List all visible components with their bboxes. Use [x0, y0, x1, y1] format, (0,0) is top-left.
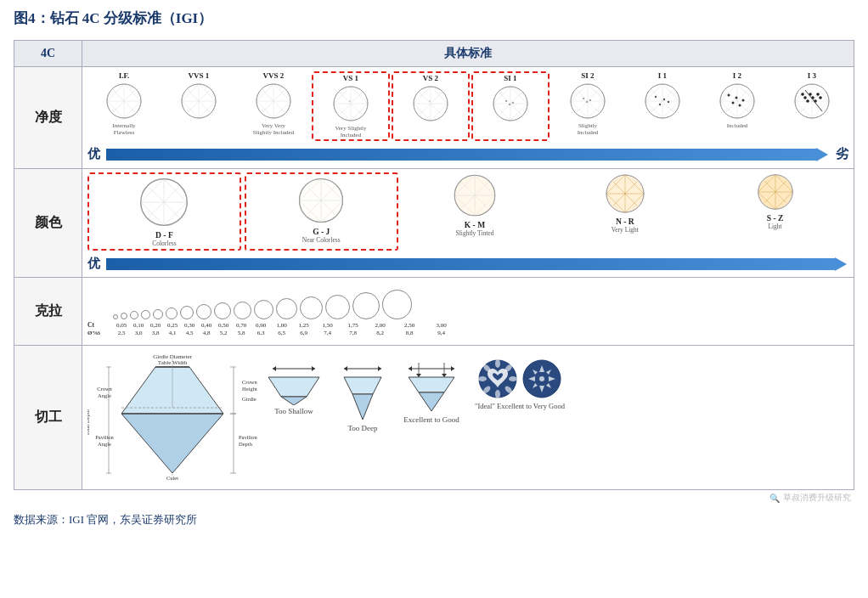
svg-text:Culet: Culet [166, 475, 178, 481]
svg-text:Angle: Angle [98, 392, 111, 398]
color-arrow [106, 258, 837, 270]
hearts-svg [477, 358, 518, 399]
svg-marker-216 [409, 366, 412, 371]
carat-circle-6 [180, 306, 194, 319]
carat-circle-0 [113, 314, 118, 319]
color-grade-item-3: N - RVery Light [551, 172, 698, 251]
svg-point-89 [668, 100, 669, 102]
svg-point-39 [349, 100, 350, 101]
clarity-grade-item-2: VVS 2Very Very Slightly Included [237, 71, 310, 142]
svg-text:Crown: Crown [242, 379, 257, 385]
carat-label: 克拉 [14, 278, 82, 346]
color-grade-item-1: G - JNear Colorless [245, 172, 398, 251]
svg-point-61 [505, 100, 507, 102]
svg-point-225 [495, 359, 500, 368]
color-content: D - FColorlessG - JNear ColorlessK - MSl… [82, 169, 854, 278]
svg-marker-223 [419, 392, 444, 411]
svg-text:Table Width: Table Width [158, 359, 188, 366]
carat-circle-11 [276, 298, 297, 319]
svg-point-104 [732, 101, 735, 104]
svg-point-103 [742, 99, 745, 101]
color-grade-item-4: S - ZLight [702, 172, 848, 251]
clarity-label: 净度 [14, 67, 82, 169]
color-you: 优 [87, 256, 103, 272]
color-grade-item-2: K - MSlightly Tinted [402, 172, 549, 251]
svg-point-62 [512, 102, 514, 104]
clarity-grade-item-4: VS 2 [392, 71, 470, 142]
cut-examples: Too Shallow Too [264, 350, 565, 432]
svg-point-63 [509, 104, 510, 105]
watermark: 🔍 草叔消费升级研究 [769, 492, 851, 504]
svg-point-231 [478, 376, 487, 381]
svg-marker-214 [352, 394, 373, 420]
cut-shallow: Too Shallow [264, 358, 324, 415]
color-grade-item-0: D - FColorless [87, 172, 241, 251]
svg-point-227 [509, 376, 517, 381]
svg-marker-207 [312, 366, 315, 371]
excellent-diamond-svg [402, 358, 461, 414]
svg-marker-206 [273, 366, 276, 371]
svg-marker-217 [451, 366, 454, 371]
svg-text:Angle: Angle [98, 441, 111, 447]
shallow-label: Too Shallow [274, 407, 313, 415]
svg-point-90 [659, 103, 661, 104]
header-4c: 4C [14, 41, 82, 67]
svg-text:Girdle: Girdle [242, 396, 256, 402]
svg-point-105 [739, 104, 741, 106]
page-title: 图4：钻石 4C 分级标准（IGI） [14, 8, 854, 31]
carat-circle-3 [141, 310, 150, 319]
carat-circle-13 [325, 295, 350, 319]
svg-point-117 [803, 96, 807, 99]
svg-marker-221 [442, 374, 447, 377]
carat-circle-5 [166, 307, 178, 319]
clarity-grade-item-3: VS 1Very Slightly Included [312, 71, 390, 142]
carat-circle-10 [254, 300, 273, 319]
svg-point-50 [429, 100, 430, 101]
svg-point-88 [663, 98, 665, 99]
cut-content: Girdle Diameter Table Width Crown Angle [82, 346, 854, 490]
svg-marker-213 [344, 377, 381, 394]
svg-point-75 [589, 99, 591, 101]
cut-content-inner: Girdle Diameter Table Width Crown Angle [87, 350, 848, 485]
svg-point-87 [655, 95, 657, 97]
cut-ideal: "Ideal" Excellent to Very Good [475, 358, 565, 411]
carat-circle-9 [234, 302, 251, 319]
clarity-arrow-row: 优 劣 [87, 144, 848, 164]
svg-marker-209 [281, 397, 307, 405]
deep-label: Too Deep [347, 424, 377, 432]
clarity-diamond-6 [568, 82, 607, 121]
svg-text:Crown: Crown [97, 386, 112, 392]
svg-point-122 [816, 93, 820, 96]
carat-circle-14 [352, 292, 380, 319]
clarity-grade-item-5: SI 1 [471, 71, 550, 142]
clarity-diamond-8 [718, 82, 757, 121]
clarity-jia: 劣 [833, 146, 848, 162]
clarity-grade-item-6: SI 2Slightly Included [551, 71, 624, 142]
cut-row: 切工 [14, 346, 854, 490]
color-row: 颜色 D - FColorlessG - JNear ColorlessK - … [14, 169, 854, 278]
clarity-you: 优 [87, 146, 103, 162]
color-label: 颜色 [14, 169, 82, 278]
svg-point-101 [728, 93, 730, 96]
svg-marker-219 [416, 374, 421, 377]
clarity-diamond-0 [104, 82, 144, 121]
clarity-row: 净度 I.F.Internally FlawlessVVS 1VVS 2Very… [14, 67, 854, 169]
clarity-arrow [106, 149, 818, 161]
svg-point-76 [586, 101, 588, 103]
clarity-diamond-2 [254, 82, 293, 121]
hearts-arrows [477, 358, 562, 399]
clarity-diamond-4 [411, 84, 450, 123]
clarity-grade-item-0: I.F.Internally Flawless [87, 71, 161, 142]
clarity-diamond-5 [491, 84, 530, 123]
carat-content: Ct0,050,100,200,250,300,400,500,700,901,… [82, 278, 854, 346]
clarity-diamond-9 [792, 82, 831, 121]
clarity-grade-item-7: I 1 [626, 71, 699, 142]
carat-row: 克拉 Ct0,050,100,200,250,300,400,500,700,9… [14, 278, 854, 346]
svg-text:Pavilion: Pavilion [95, 434, 114, 440]
excellent-label: Excellent to Good [403, 415, 459, 424]
clarity-content: I.F.Internally FlawlessVVS 1VVS 2Very Ve… [82, 67, 854, 169]
arrows-svg [521, 358, 562, 399]
svg-text:Depth: Depth [239, 441, 253, 447]
deep-diamond-svg [337, 358, 388, 422]
svg-point-229 [495, 390, 500, 398]
